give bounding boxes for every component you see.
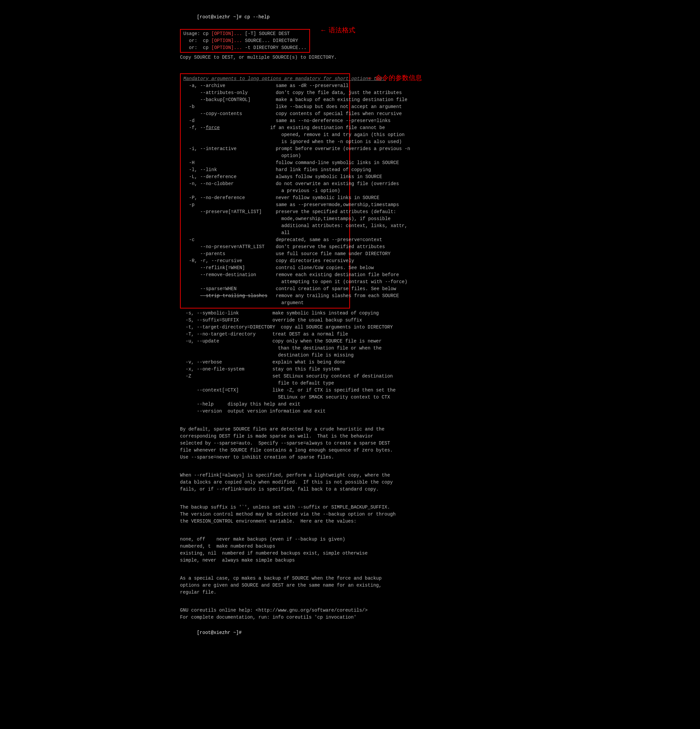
terminal-window: [root@xiezhr ~]# cp --help Usage: cp [OP… xyxy=(173,3,527,647)
footer-p2-l2: data blocks are copied only when modifie… xyxy=(180,479,413,486)
params-label: ← 命令的参数信息 xyxy=(367,73,422,82)
prompt-text: [root@xiezhr ~]# cp --help xyxy=(197,15,270,20)
opt-sparse: --sparse=WHEN control creation of sparse… xyxy=(183,286,347,292)
blank-line-4 xyxy=(180,497,413,504)
mandatory-note: Mandatory arguments to long options are … xyxy=(183,76,347,82)
opt-interactive: -i, --interactive prompt before overwrit… xyxy=(183,145,347,152)
opt-no-clobber-cont: a previous -i option) xyxy=(183,187,347,195)
footer-p1-l1: By default, sparse SOURCE files are dete… xyxy=(180,426,413,433)
blank-line-3 xyxy=(180,465,413,472)
opt-force-cont2: is ignored when the -n option is also us… xyxy=(183,138,347,145)
opt-update-cont1: than the destination file or when the xyxy=(180,345,520,352)
opt-no-target-directory: -T, --no-target-directory treat DEST as … xyxy=(180,331,520,338)
backup-simple: simple, never always make simple backups xyxy=(180,557,413,564)
opt-copy-contents: --copy-contents copy contents of special… xyxy=(183,110,347,118)
opt-reflink: --reflink[=WHEN] control clone/CoW copie… xyxy=(183,264,347,272)
opt-b: -b like --backup but does not accept an … xyxy=(183,103,347,110)
usage-description: Copy SOURCE to DEST, or multiple SOURCE(… xyxy=(180,54,520,61)
opt-attributes-only: --attributes-only don't copy the file da… xyxy=(183,89,347,96)
opt-help: --help display this help and exit xyxy=(180,401,520,408)
blank-line-5 xyxy=(180,529,413,536)
footer-p5-l3: regular file. xyxy=(180,589,413,596)
blank-line xyxy=(180,65,520,72)
blank-line-7 xyxy=(180,600,413,607)
opt-context-cont: SELinux or SMACK security context to CTX xyxy=(180,394,520,401)
opt-recursive: -R, -r, --recursive copy directories rec… xyxy=(183,257,347,264)
opt-parents: --parents use full source file name unde… xyxy=(183,250,347,257)
backup-none: none, off never make backups (even if --… xyxy=(180,536,413,543)
opt-update: -u, --update copy only when the SOURCE f… xyxy=(180,338,520,345)
opt-interactive-cont: option) xyxy=(183,152,347,160)
blank-line-2 xyxy=(180,419,520,426)
opt-backup: --backup[=CONTROL] make a backup of each… xyxy=(183,96,347,103)
footer-p3-l2: The version control method may be select… xyxy=(180,511,413,518)
opt-symbolic-link: -s, --symbolic-link make symbolic links … xyxy=(180,310,520,317)
opt-link: -l, --link hard link files instead of co… xyxy=(183,166,347,173)
opt-no-preserve: --no-preserve=ATTR_LIST don't preserve t… xyxy=(183,244,347,250)
backup-numbered: numbered, t make numbered backups xyxy=(180,543,413,550)
opt-preserve: --preserve[=ATTR_LIST] preserve the spec… xyxy=(183,208,347,215)
opt-version: --version output version information and… xyxy=(180,408,520,415)
opt-no-clobber: -n, --no-clobber do not overwrite an exi… xyxy=(183,180,347,187)
opt-suffix: -S, --suffix=SUFFIX override the usual b… xyxy=(180,317,520,324)
opt-Z-cont: file to default type xyxy=(180,380,520,387)
opt-d: -d same as --no-dereference --preserve=l… xyxy=(183,118,347,124)
opt-archive: -a, --archive same as -dR --preserve=all xyxy=(183,82,347,89)
opt-preserve-cont1: mode,ownership,timestamps), if possible xyxy=(183,215,347,222)
syntax-box: Usage: cp [OPTION]... [-T] SOURCE DEST o… xyxy=(180,29,310,53)
opt-update-cont2: destination file is missing xyxy=(180,352,520,359)
opt-context: --context[=CTX] like -Z, or if CTX is sp… xyxy=(180,387,520,394)
opt-target-directory: -t, --target-directory=DIRECTORY copy al… xyxy=(180,324,520,331)
backup-existing: existing, nil numbered if numbered backu… xyxy=(180,550,413,557)
footer-p5-l1: As a special case, cp makes a backup of … xyxy=(180,575,413,582)
opt-preserve-cont2: additional attributes: context, links, x… xyxy=(183,222,347,229)
opt-one-file-system: -x, --one-file-system stay on this file … xyxy=(180,366,520,373)
params-section: ← 命令的参数信息 Mandatory arguments to long op… xyxy=(180,73,520,308)
footer-p2-l1: When --reflink[=always] is specified, pe… xyxy=(180,472,413,479)
opt-Z: -Z set SELinux security context of desti… xyxy=(180,373,520,380)
footer-p3-l1: The backup suffix is '`', unless set wit… xyxy=(180,504,413,511)
footer-p5-l2: options are given and SOURCE and DEST ar… xyxy=(180,582,413,589)
blank-line-6 xyxy=(180,568,413,575)
footer-p1-l4: file whenever the SOURCE file contains a… xyxy=(180,447,413,454)
final-prompt: [root@xiezhr ~]# xyxy=(180,622,520,643)
footer-section: By default, sparse SOURCE files are dete… xyxy=(180,426,413,621)
opt-strip-cont: argument xyxy=(183,299,347,306)
opt-preserve-cont3: all xyxy=(183,229,347,237)
opt-H: -H follow command-line symbolic links in… xyxy=(183,160,347,166)
footer-p3-l3: the VERSION_CONTROL environment variable… xyxy=(180,518,413,525)
opt-no-dereference: -P, --no-dereference never follow symbol… xyxy=(183,195,347,202)
usage-line-2: or: cp [OPTION]... SOURCE... DIRECTORY xyxy=(183,37,307,44)
command-prompt-line: [root@xiezhr ~]# cp --help xyxy=(180,7,520,28)
opt-remove-destination: --remove-destination remove each existin… xyxy=(183,272,347,279)
opt-strip: --strip-trailing-slashes remove any trai… xyxy=(183,292,347,299)
usage-line-3: or: cp [OPTION]... -t DIRECTORY SOURCE..… xyxy=(183,44,307,51)
opt-p: -p same as --preserve=mode,ownership,tim… xyxy=(183,202,347,208)
params-box: Mandatory arguments to long options are … xyxy=(180,73,350,308)
terminal-content: [root@xiezhr ~]# cp --help Usage: cp [OP… xyxy=(173,3,527,647)
opt-c: -c deprecated, same as --preserve=contex… xyxy=(183,237,347,244)
footer-p6-l2: For complete documentation, run: info co… xyxy=(180,614,413,621)
footer-p6-l1: GNU coreutils online help: <http://www.g… xyxy=(180,607,413,614)
footer-p2-l3: fails, or if --reflink=auto is specified… xyxy=(180,486,413,493)
opt-remove-destination-cont: attempting to open it (contrast with --f… xyxy=(183,279,347,286)
footer-p1-l2: corresponding DEST file is made sparse a… xyxy=(180,433,413,440)
syntax-section: Usage: cp [OPTION]... [-T] SOURCE DEST o… xyxy=(180,29,520,53)
opt-force-cont1: opened, remove it and try again (this op… xyxy=(183,131,347,138)
final-prompt-text: [root@xiezhr ~]# xyxy=(197,630,241,635)
opt-verbose: -v, --verbose explain what is being done xyxy=(180,359,520,366)
opt-dereference: -L, --dereference always follow symbolic… xyxy=(183,173,347,180)
usage-line-1: Usage: cp [OPTION]... [-T] SOURCE DEST xyxy=(183,30,307,37)
footer-p1-l5: Use --sparse=never to inhibit creation o… xyxy=(180,454,413,461)
opt-force: -f, --force if an existing destination f… xyxy=(183,124,347,131)
footer-p1-l3: selected by --sparse=auto. Specify --spa… xyxy=(180,440,413,447)
syntax-label: ← 语法格式 xyxy=(320,26,355,35)
